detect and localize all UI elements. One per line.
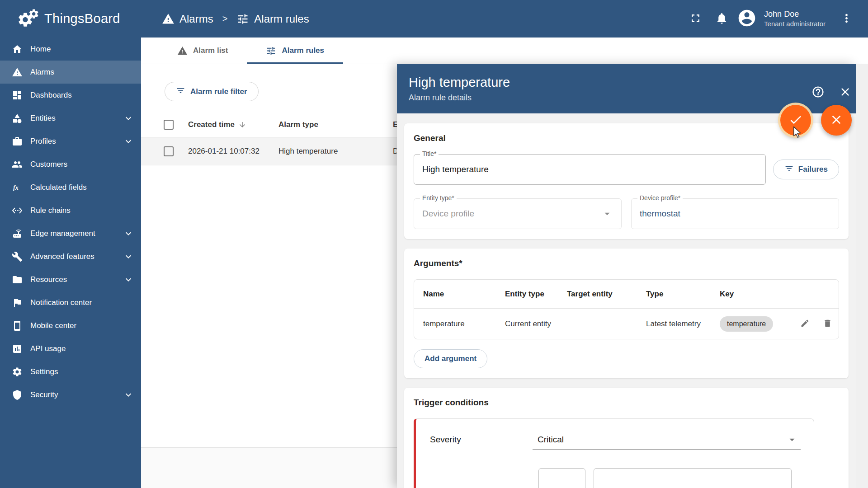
sidebar-item-home[interactable]: Home — [0, 38, 141, 61]
condition-field-partial[interactable] — [594, 468, 792, 488]
severity-label: Severity — [430, 435, 533, 445]
edit-icon — [800, 319, 810, 329]
check-icon — [788, 113, 803, 128]
sidebar-item-label: Home — [30, 45, 134, 54]
failures-icon — [784, 164, 794, 175]
sidebar-item-label: Settings — [30, 367, 134, 376]
select-all-checkbox[interactable] — [164, 120, 174, 130]
sidebar-item-label: Alarms — [30, 68, 134, 77]
delete-argument-button[interactable] — [816, 319, 839, 329]
rule-chains-icon — [12, 205, 23, 216]
trigger-conditions-section: Trigger conditions Severity Critical — [404, 388, 849, 488]
advanced-icon — [12, 251, 23, 262]
drawer-header: High temperature Alarm rule details — [397, 64, 856, 113]
discard-changes-button[interactable] — [821, 105, 852, 136]
warning-icon — [12, 67, 23, 78]
fullscreen-button[interactable] — [684, 7, 707, 31]
sort-desc-icon[interactable] — [238, 121, 246, 129]
device-profile-value: thermostat — [640, 209, 680, 219]
breadcrumb-alarms-label: Alarms — [179, 13, 213, 25]
severity-select[interactable]: Critical — [533, 430, 801, 450]
sidebar-item-customers[interactable]: Customers — [0, 153, 141, 176]
add-argument-button[interactable]: Add argument — [414, 349, 487, 368]
user-menu-button[interactable] — [835, 7, 858, 31]
chevron-down-icon — [123, 274, 134, 285]
sidebar-item-alarms[interactable]: Alarms — [0, 61, 141, 84]
sidebar-item-edge-management[interactable]: Edge management — [0, 222, 141, 245]
column-target-entity: Target entity — [567, 290, 646, 299]
column-name: Name — [423, 290, 505, 299]
sidebar-item-label: Profiles — [30, 137, 115, 146]
tab-alarm-rules[interactable]: Alarm rules — [247, 38, 343, 64]
filter-icon — [176, 86, 185, 98]
sidebar-item-label: Entities — [30, 114, 115, 123]
sidebar-item-label: API usage — [30, 344, 134, 353]
alarm-rule-filter-button[interactable]: Alarm rule filter — [165, 82, 259, 101]
chevron-down-icon — [123, 136, 134, 147]
delete-icon — [823, 319, 832, 329]
chevron-down-icon — [123, 251, 134, 262]
app-title: ThingsBoard — [44, 11, 120, 26]
sidebar-item-mobile-center[interactable]: Mobile center — [0, 314, 141, 337]
cell-alarm-type: High temperature — [278, 147, 393, 156]
sidebar-item-profiles[interactable]: Profiles — [0, 130, 141, 153]
arguments-table: Name Entity type Target entity Type Key … — [414, 279, 839, 339]
function-icon: fx — [12, 182, 23, 193]
sidebar-item-settings[interactable]: Settings — [0, 360, 141, 383]
help-icon — [811, 85, 825, 99]
breadcrumb-alarm-rules[interactable]: Alarm rules — [236, 13, 309, 25]
sidebar-item-calculated-fields[interactable]: fx Calculated fields — [0, 176, 141, 199]
arguments-table-header: Name Entity type Target entity Type Key — [414, 280, 839, 309]
column-key: Key — [720, 290, 793, 299]
device-profile-label: Device profile* — [637, 194, 683, 202]
column-entity-type: Entity type — [505, 290, 567, 299]
sidebar-item-notification-center[interactable]: Notification center — [0, 291, 141, 314]
tab-alarm-list[interactable]: Alarm list — [158, 38, 247, 64]
tune-icon — [236, 13, 249, 25]
notifications-button[interactable] — [710, 7, 733, 31]
close-drawer-button[interactable] — [839, 85, 852, 99]
sidebar-item-resources[interactable]: Resources — [0, 268, 141, 291]
help-button[interactable] — [811, 85, 825, 99]
argument-type: Latest telemetry — [646, 319, 720, 328]
close-icon — [839, 85, 852, 99]
sidebar-item-dashboards[interactable]: Dashboards — [0, 84, 141, 107]
drawer-title: High temperature — [409, 75, 844, 90]
close-icon — [829, 113, 844, 128]
sidebar-item-rule-chains[interactable]: Rule chains — [0, 199, 141, 222]
column-created-time[interactable]: Created time — [188, 120, 235, 129]
customers-icon — [12, 159, 23, 170]
chart-icon — [12, 343, 23, 354]
warning-icon — [162, 13, 175, 25]
general-section: General Title* High temperature Failures… — [404, 123, 849, 239]
tabbar: Alarm list Alarm rules — [141, 38, 868, 64]
security-icon — [12, 389, 23, 400]
failures-button[interactable]: Failures — [773, 160, 839, 179]
apply-changes-button[interactable] — [780, 105, 811, 136]
thingsboard-logo-icon — [18, 9, 39, 29]
device-profile-field[interactable]: Device profile* thermostat — [631, 198, 839, 229]
bell-icon — [715, 12, 728, 26]
row-checkbox[interactable] — [164, 146, 174, 156]
profiles-icon — [12, 136, 23, 147]
fullscreen-icon — [689, 12, 702, 26]
title-field[interactable]: Title* High temperature — [414, 154, 766, 185]
header-actions: John Doe Tenant administrator — [684, 7, 868, 31]
column-alarm-type[interactable]: Alarm type — [278, 120, 393, 129]
arguments-section: Arguments* Name Entity type Target entit… — [404, 249, 849, 378]
tab-alarm-rules-label: Alarm rules — [282, 46, 324, 55]
sidebar-item-advanced-features[interactable]: Advanced features — [0, 245, 141, 268]
user-info[interactable]: John Doe Tenant administrator — [764, 9, 826, 28]
sidebar-item-entities[interactable]: Entities — [0, 107, 141, 130]
entity-type-select[interactable]: Entity type* Device profile — [414, 198, 622, 229]
tune-icon — [266, 46, 276, 56]
column-type: Type — [646, 290, 720, 299]
vertical-scrollbar[interactable] — [856, 64, 868, 488]
sidebar-item-api-usage[interactable]: API usage — [0, 337, 141, 360]
edit-argument-button[interactable] — [793, 319, 816, 329]
condition-input-partial[interactable] — [538, 468, 585, 488]
argument-key-chip: temperature — [720, 316, 773, 332]
breadcrumb-alarms[interactable]: Alarms — [162, 13, 213, 25]
sidebar-item-security[interactable]: Security — [0, 383, 141, 406]
user-avatar[interactable] — [736, 8, 758, 30]
